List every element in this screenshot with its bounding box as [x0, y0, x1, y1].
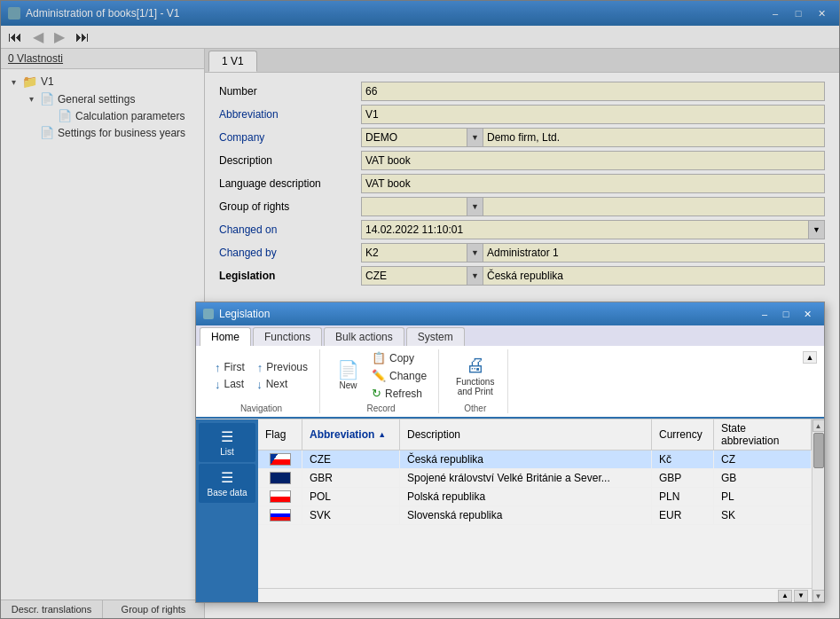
ribbon-content: ↑ First ↑ Previous ↓: [196, 346, 824, 419]
other-group-label: Other: [464, 404, 486, 413]
dialog-title-left: Legislation: [203, 308, 270, 320]
legislation-dialog: Legislation – □ ✕ Home Functions Bulk ac…: [195, 302, 825, 603]
dialog-bottom-bar: ▲ ▼: [258, 588, 812, 602]
cell-flag-cze: [258, 451, 302, 468]
ribbon-group-other: 🖨 Functionsand Print Other: [443, 349, 508, 413]
cell-curr-pol: PLN: [652, 488, 714, 505]
base-data-icon: ☰: [221, 469, 233, 486]
grid-row-cze[interactable]: CZE Česká republika Kč CZ: [258, 451, 812, 469]
sort-arrow-abbreviation: ▲: [378, 430, 386, 439]
dialog-left-panel: ☰ List ☰ Base data: [196, 419, 258, 602]
scrollbar-down-button[interactable]: ▼: [813, 590, 825, 602]
grid-row-pol[interactable]: POL Polská republika PLN PL: [258, 488, 812, 506]
ribbon-tab-home[interactable]: Home: [200, 327, 251, 346]
list-panel-btn[interactable]: ☰ List: [199, 423, 255, 462]
copy-button[interactable]: 📋 Copy: [367, 349, 431, 366]
flag-icon-cze: [270, 453, 291, 466]
new-label: New: [340, 380, 357, 390]
cell-abbr-gbr: GBR: [302, 469, 400, 487]
nav-col: ↑ First ↑ Previous ↓: [210, 359, 312, 393]
cell-state-svk: SK: [714, 506, 812, 524]
nav-group-label: Navigation: [240, 404, 282, 413]
ribbon-group-record: 📄 New 📋 Copy ✏️ Change: [324, 349, 439, 413]
dialog-title-bar: Legislation – □ ✕: [196, 302, 824, 325]
last-nav-button[interactable]: ↓ Last: [210, 376, 248, 393]
grid-body: CZE Česká republika Kč CZ GBR Spojené kr…: [258, 451, 812, 588]
cell-curr-gbr: GBP: [652, 469, 714, 487]
cell-desc-gbr: Spojené království Velké Británie a Seve…: [400, 469, 652, 487]
ribbon-tab-functions[interactable]: Functions: [253, 327, 322, 346]
dialog-icon: [203, 309, 214, 319]
change-label: Change: [389, 370, 427, 382]
ribbon-tab-system[interactable]: System: [406, 327, 465, 346]
refresh-icon: ↻: [372, 387, 381, 400]
col-description[interactable]: Description: [400, 419, 652, 450]
ribbon-tab-bulk-actions[interactable]: Bulk actions: [324, 327, 404, 346]
refresh-label: Refresh: [385, 388, 422, 400]
first-nav-icon: ↑: [215, 361, 221, 374]
refresh-button[interactable]: ↻ Refresh: [367, 385, 431, 402]
col-state-abbreviation[interactable]: State abbreviation: [714, 419, 812, 450]
change-icon: ✏️: [372, 369, 386, 382]
scrollbar-thumb[interactable]: [813, 433, 824, 468]
nav-row-bottom: ↓ Last ↓ Next: [210, 376, 312, 393]
ribbon-tabs: Home Functions Bulk actions System: [196, 325, 824, 346]
cell-state-cze: CZ: [714, 451, 812, 468]
grid-scrollbar: ▲ ▼: [812, 419, 824, 602]
cell-flag-gbr: [258, 469, 302, 487]
col-currency[interactable]: Currency: [652, 419, 714, 450]
functions-print-label: Functionsand Print: [456, 377, 494, 396]
scrollbar-track[interactable]: [813, 432, 825, 590]
cell-desc-cze: Česká republika: [400, 451, 652, 468]
grid-row-svk[interactable]: SVK Slovenská republika EUR SK: [258, 506, 812, 525]
ribbon-collapse-button[interactable]: ▲: [803, 351, 817, 364]
cell-curr-svk: EUR: [652, 506, 714, 524]
dialog-maximize-button[interactable]: □: [776, 307, 796, 321]
flag-icon-gbr: [270, 472, 291, 484]
copy-icon: 📋: [372, 351, 386, 364]
cell-desc-pol: Polská republika: [400, 488, 652, 505]
scrollbar-up-button[interactable]: ▲: [813, 419, 825, 432]
scroll-down-btn[interactable]: ▼: [794, 590, 808, 602]
cell-flag-pol: [258, 488, 302, 505]
record-group-label: Record: [366, 404, 395, 413]
dialog-close-button[interactable]: ✕: [797, 307, 817, 321]
dialog-controls: – □ ✕: [755, 307, 817, 321]
dialog-grid: Flag Abbreviation ▲ Description Currency…: [258, 419, 812, 602]
change-button[interactable]: ✏️ Change: [367, 367, 431, 384]
cell-flag-svk: [258, 506, 302, 524]
dialog-overlay: Legislation – □ ✕ Home Functions Bulk ac…: [0, 0, 840, 619]
flag-icon-pol: [270, 490, 291, 503]
record-small-btns: 📋 Copy ✏️ Change ↻ Refresh: [367, 349, 431, 402]
first-nav-label: First: [224, 361, 245, 373]
dialog-minimize-button[interactable]: –: [755, 307, 774, 321]
next-nav-label: Next: [266, 378, 288, 390]
cell-curr-cze: Kč: [652, 451, 714, 468]
list-icon: ☰: [221, 428, 233, 445]
last-nav-label: Last: [224, 378, 245, 390]
previous-nav-label: Previous: [266, 361, 308, 373]
cell-abbr-cze: CZE: [302, 451, 400, 468]
other-buttons: 🖨 Functionsand Print: [450, 349, 500, 402]
base-data-panel-btn[interactable]: ☰ Base data: [199, 464, 255, 503]
first-nav-button[interactable]: ↑ First: [210, 359, 249, 376]
new-button[interactable]: 📄 New: [331, 357, 365, 394]
copy-label: Copy: [389, 352, 414, 364]
last-nav-icon: ↓: [215, 378, 221, 391]
ribbon-group-navigation: ↑ First ↑ Previous ↓: [203, 349, 320, 413]
next-nav-button[interactable]: ↓ Next: [252, 376, 292, 393]
print-icon: 🖨: [466, 356, 485, 375]
col-flag[interactable]: Flag: [258, 419, 302, 450]
scroll-up-btn[interactable]: ▲: [778, 590, 792, 602]
cell-desc-svk: Slovenská republika: [400, 506, 652, 524]
cell-abbr-pol: POL: [302, 488, 400, 505]
grid-row-gbr[interactable]: GBR Spojené království Velké Británie a …: [258, 469, 812, 488]
record-buttons: 📄 New 📋 Copy ✏️ Change: [331, 349, 431, 402]
base-data-label: Base data: [207, 488, 247, 498]
grid-header: Flag Abbreviation ▲ Description Currency…: [258, 419, 812, 451]
functions-print-button[interactable]: 🖨 Functionsand Print: [450, 352, 500, 400]
previous-nav-button[interactable]: ↑ Previous: [253, 359, 312, 376]
col-abbreviation[interactable]: Abbreviation ▲: [302, 419, 400, 450]
dialog-title: Legislation: [219, 308, 270, 320]
flag-icon-svk: [270, 509, 291, 521]
